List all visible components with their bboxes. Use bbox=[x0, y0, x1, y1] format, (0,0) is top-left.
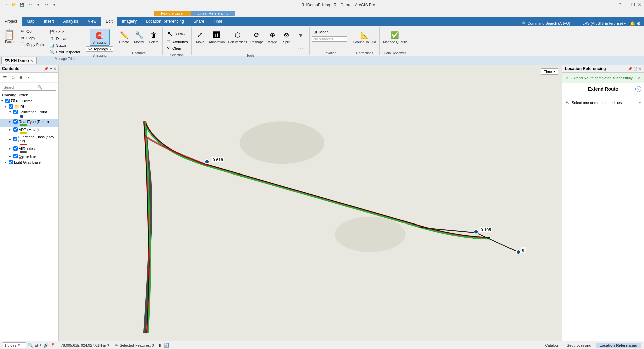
catalog-tab[interactable]: Catalog bbox=[541, 343, 562, 348]
minimize-button[interactable]: — bbox=[624, 2, 628, 7]
merge-button[interactable]: ⊕ Merge bbox=[266, 29, 279, 45]
create-button[interactable]: ✏️ Create bbox=[117, 29, 131, 45]
maximize-button[interactable]: ❐ bbox=[631, 2, 635, 7]
scale-dropdown[interactable]: 1:3,072 ▾ bbox=[3, 342, 26, 348]
error-inspector-button[interactable]: 🔍 Error Inspector bbox=[48, 49, 82, 55]
mode-button[interactable]: ⊞ Mode bbox=[312, 29, 347, 35]
layer-item-rh-demo[interactable]: ▾ 🗺 RH Demo bbox=[0, 98, 58, 104]
location-referencing-tab[interactable]: Location Referencing bbox=[596, 343, 641, 348]
split-button[interactable]: ⊗ Split bbox=[280, 29, 293, 45]
copy-button[interactable]: ⧉ Copy bbox=[19, 35, 45, 41]
tab-edit[interactable]: Edit bbox=[101, 17, 117, 26]
annotation-button[interactable]: 🅰 Annotation bbox=[208, 29, 226, 45]
expand-arrow-adt[interactable]: ▸ bbox=[9, 128, 13, 131]
map-tab-rh-demo[interactable]: 🗺 RH Demo ✕ bbox=[1, 57, 37, 64]
list-by-selection-button[interactable]: ↖ bbox=[25, 74, 33, 81]
reshape-button[interactable]: ⟳ Reshape bbox=[249, 29, 265, 45]
map-tab-close-button[interactable]: ✕ bbox=[30, 59, 33, 63]
list-by-visibility-button[interactable]: 👁 bbox=[17, 74, 25, 81]
layer-checkbox-allroutes[interactable] bbox=[13, 146, 18, 151]
edit-vertices-button[interactable]: ⬡ Edit Vertices bbox=[227, 29, 248, 45]
layer-item-functionalclass[interactable]: ▸ FunctionalClass (Stay Put) bbox=[0, 135, 58, 146]
more-tools-arrow[interactable]: ▼ bbox=[298, 29, 303, 42]
save-button[interactable]: 💾 bbox=[19, 2, 25, 8]
list-by-drawing-order-button[interactable]: ☰ bbox=[1, 74, 9, 81]
move-button[interactable]: ⤢ Move bbox=[194, 29, 207, 45]
tab-project[interactable]: Project bbox=[0, 17, 22, 26]
search-input[interactable] bbox=[4, 85, 37, 89]
zoom-in-icon[interactable]: + bbox=[39, 343, 42, 348]
copy-path-button[interactable]: 📄 Copy Path bbox=[19, 42, 45, 48]
contents-options-button[interactable]: ▾ bbox=[50, 67, 52, 71]
delete-button[interactable]: 🗑 Delete bbox=[147, 29, 160, 45]
snapping-button[interactable]: 🧲 Snapping bbox=[90, 29, 110, 46]
layer-item-allroutes[interactable]: ▸ AllRoutes bbox=[0, 146, 58, 154]
instruction-dropdown[interactable]: ▾ bbox=[639, 101, 641, 105]
layer-item-roadtype[interactable]: ▸ RoadType (Retire) bbox=[0, 119, 58, 127]
save-edits-button[interactable]: 💾 Save bbox=[48, 29, 65, 35]
command-search[interactable]: 🔍 Command Search (Alt+Q) bbox=[522, 21, 570, 26]
attributes-button[interactable]: 📋 Attributes bbox=[165, 39, 189, 45]
tab-imagery[interactable]: Imagery bbox=[117, 17, 141, 26]
map-canvas[interactable]: Time ▾ bbox=[59, 65, 562, 349]
lr-close-button[interactable]: ✕ bbox=[638, 67, 641, 71]
layer-checkbox-calibration[interactable] bbox=[13, 110, 18, 114]
new-button[interactable]: 🗋 bbox=[3, 2, 9, 8]
expand-arrow-allroutes[interactable]: ▸ bbox=[9, 147, 13, 150]
status-button[interactable]: 📊 Status bbox=[48, 42, 67, 48]
contents-pin-button[interactable]: 📌 bbox=[44, 67, 49, 71]
lr-pin-button[interactable]: 📌 bbox=[628, 67, 632, 71]
select-button[interactable]: ↖ Select bbox=[165, 29, 186, 38]
layer-item-calibration-point[interactable]: ▾ Calibration_Point bbox=[0, 109, 58, 119]
expand-arrow-functionalclass[interactable]: ▸ bbox=[9, 137, 13, 141]
layer-item-light-gray-base[interactable]: ▸ Light Gray Base bbox=[0, 160, 58, 165]
tab-map[interactable]: Map bbox=[22, 17, 39, 26]
manage-quality-button[interactable]: ✅ Manage Quality bbox=[382, 29, 408, 45]
pause-button[interactable]: ⏸ bbox=[158, 343, 162, 348]
open-button[interactable]: 📂 bbox=[11, 2, 17, 8]
search-box[interactable]: 🔍 bbox=[2, 84, 56, 91]
modify-button[interactable]: 🔧 Modify bbox=[132, 29, 146, 45]
help-button[interactable]: ? bbox=[635, 86, 641, 92]
layer-item-centerline[interactable]: ▸ Centerline bbox=[0, 154, 58, 160]
list-by-source-button[interactable]: 🗂 bbox=[9, 74, 17, 81]
tab-view[interactable]: View bbox=[83, 17, 101, 26]
time-button[interactable]: Time ▾ bbox=[541, 68, 558, 75]
paste-button[interactable]: 📋 Paste bbox=[1, 28, 17, 55]
layer-checkbox-centerline[interactable] bbox=[13, 154, 18, 158]
layer-checkbox-light-gray[interactable] bbox=[9, 160, 13, 164]
layer-checkbox-functionalclass[interactable] bbox=[13, 137, 17, 141]
lr-expand-button[interactable]: ⬚ bbox=[634, 67, 637, 71]
no-surfaces-dropdown[interactable]: No surfaces ▾ bbox=[312, 36, 347, 42]
tab-insert[interactable]: Insert bbox=[39, 17, 59, 26]
layer-item-rh[interactable]: ▾ 📁 RH bbox=[0, 104, 58, 109]
help-button[interactable]: ? bbox=[619, 2, 621, 7]
success-banner-close[interactable]: ✕ bbox=[638, 76, 641, 80]
more-options-button[interactable]: … bbox=[34, 74, 41, 81]
tab-time[interactable]: Time bbox=[209, 17, 227, 26]
coordinates-dropdown[interactable]: ▾ bbox=[107, 343, 109, 347]
notifications-icon[interactable]: 🔔 bbox=[630, 21, 635, 26]
expand-arrow-rh-demo[interactable]: ▾ bbox=[1, 99, 5, 103]
expand-arrow-centerline[interactable]: ▸ bbox=[9, 154, 13, 158]
ground-to-grid-button[interactable]: 📐 Ground To Grid bbox=[352, 29, 377, 45]
layer-checkbox-roadtype[interactable] bbox=[13, 119, 18, 124]
zoom-out-icon[interactable]: 🔊 bbox=[43, 343, 49, 348]
undo-button[interactable]: ↩ bbox=[27, 2, 34, 8]
layer-checkbox-adt[interactable] bbox=[13, 127, 18, 132]
cut-button[interactable]: ✂ Cut bbox=[19, 28, 45, 34]
tab-location-referencing[interactable]: Location Referencing bbox=[141, 17, 189, 26]
customize-button[interactable]: ▾ bbox=[51, 2, 58, 8]
user-account[interactable]: 👤 LRS (ArcGIS Enterprise) ▾ bbox=[577, 21, 626, 26]
more-tools-button[interactable]: ... bbox=[294, 42, 307, 52]
expand-arrow-roadtype[interactable]: ▸ bbox=[9, 120, 13, 123]
layer-checkbox-rh-demo[interactable] bbox=[5, 99, 10, 103]
discard-button[interactable]: 🗑 Discard bbox=[48, 36, 69, 42]
clear-button[interactable]: ✕ Clear bbox=[165, 45, 189, 51]
magnifier-icon[interactable]: 🔍 bbox=[28, 343, 33, 348]
contents-close-button[interactable]: ✕ bbox=[53, 67, 56, 71]
grid-icon[interactable]: ⊞ bbox=[34, 343, 38, 348]
close-button[interactable]: ✕ bbox=[638, 2, 641, 7]
expand-arrow-rh[interactable]: ▾ bbox=[5, 105, 9, 108]
tab-share[interactable]: Share bbox=[189, 17, 209, 26]
